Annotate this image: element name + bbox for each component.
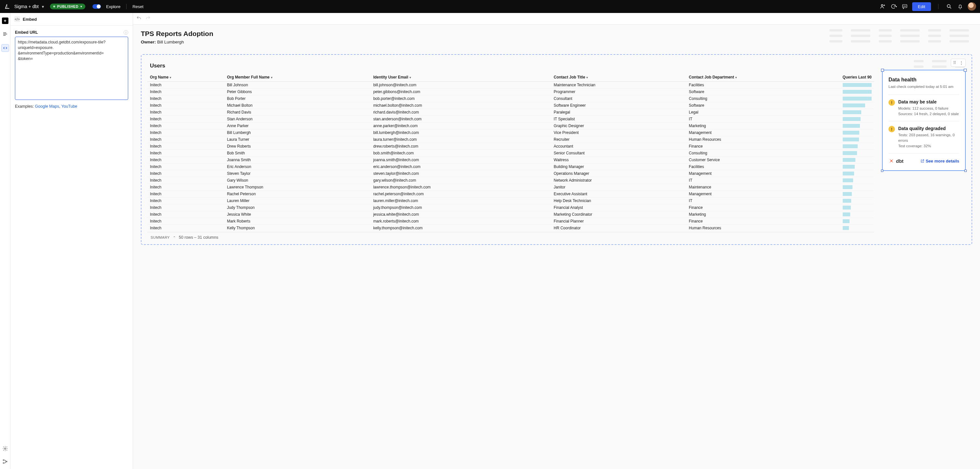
publish-status-badge[interactable]: PUBLISHED ▾ [50,3,85,10]
quality-coverage: Test coverage: 32% [898,143,959,149]
svg-point-0 [881,5,883,6]
warning-icon: ! [888,99,895,106]
quality-title: Data quality degraded [898,126,959,131]
table-row[interactable]: InitechMichael Boltonmichael.bolton@init… [147,102,874,109]
info-icon[interactable]: i [124,30,128,35]
workbook-title[interactable]: Sigma + dbt [14,4,39,9]
undo-icon[interactable] [136,16,142,22]
element-handle[interactable]: ⠿ ⋮ [951,59,966,67]
embed-icon[interactable] [1,44,9,52]
table-row[interactable]: InitechJoanna Smithjoanna.smith@initech.… [147,157,874,164]
data-health-card[interactable]: Data health Last check completed today a… [882,70,966,171]
chevron-up-icon[interactable]: ⌃ [173,236,175,239]
publish-label: PUBLISHED [57,5,78,8]
avatar[interactable] [968,2,976,11]
users-table[interactable]: Org Name▾Org Member Full Name▾Identity U… [147,73,874,232]
column-header[interactable]: Identity User Email▾ [371,73,551,82]
embed-chip-icon: </> [14,16,20,22]
column-header[interactable]: Contact Job Department▾ [686,73,840,82]
drag-handle-icon[interactable]: ⠿ [953,60,957,65]
topbar: Sigma + dbt ▾ PUBLISHED ▾ Explore Reset … [0,0,980,13]
card-title: Users [147,63,874,69]
chevron-down-icon: ▾ [81,5,83,8]
panel-title: Embed [23,17,37,22]
embed-panel: </> Embed Embed URL i Examples: Google M… [10,13,133,469]
example-link-maps[interactable]: Google Maps [35,104,59,109]
table-row[interactable]: InitechAnne Parkeranne.parker@initech.co… [147,122,874,129]
example-link-youtube[interactable]: YouTube [61,104,77,109]
table-row[interactable]: InitechLaura Turnerlaura.turner@initech.… [147,136,874,143]
comment-icon[interactable] [901,3,908,10]
reset-button[interactable]: Reset [132,4,143,9]
svg-point-3 [904,6,905,6]
search-icon[interactable] [946,3,953,10]
table-row[interactable]: InitechBob Smithbob.smith@initech.comSen… [147,150,874,157]
table-row[interactable]: InitechKelly Thompsonkelly.thompson@init… [147,225,874,232]
svg-point-6 [4,448,6,450]
external-link-icon [920,159,924,163]
table-row[interactable]: InitechGary Wilsongary.wilson@initech.co… [147,177,874,184]
skeleton-placeholder [829,29,972,46]
table-row[interactable]: InitechRichard Davisrichard.davis@initec… [147,109,874,116]
svg-point-7 [3,459,4,461]
divider [938,4,939,9]
sigma-logo-icon [4,3,10,10]
layers-icon[interactable] [2,31,8,37]
table-row[interactable]: InitechBill Lumberghbill.lumbergh@initec… [147,129,874,136]
column-header[interactable]: Org Member Full Name▾ [224,73,371,82]
examples-line: Examples: Google Maps, YouTube [15,104,128,109]
embed-url-label: Embed URL [15,30,38,35]
table-row[interactable]: InitechSteven Taylorsteven.taylor@initec… [147,170,874,177]
table-row[interactable]: InitechEric Andersoneric.anderson@initec… [147,164,874,170]
add-user-icon[interactable] [879,3,886,10]
chevron-down-icon[interactable]: ▾ [42,4,44,9]
table-row[interactable]: InitechBob Porterbob.porter@initech.comC… [147,95,874,102]
more-icon[interactable]: ⋮ [959,60,963,65]
embed-url-input[interactable] [15,37,128,100]
table-row[interactable]: InitechJudy Thompsonjudy.thompson@initec… [147,204,874,211]
svg-point-2 [904,6,904,6]
table-row[interactable]: InitechRachel Petersonrachel.peterson@in… [147,191,874,197]
health-subtitle: Last check completed today at 5:01 am [888,85,959,89]
mode-label[interactable]: Explore [106,4,120,9]
stale-title: Data may be stale [898,99,959,105]
explore-toggle[interactable] [92,4,101,9]
column-header[interactable]: Contact Job Title▾ [551,73,686,82]
column-header[interactable]: Org Name▾ [147,73,224,82]
svg-point-8 [3,463,4,464]
table-row[interactable]: InitechPeter Gibbonspeter.gibbons@initec… [147,89,874,95]
see-more-link[interactable]: See more details [920,159,959,164]
lineage-icon[interactable] [2,459,8,464]
table-row[interactable]: InitechStan Andersonstan.anderson@initec… [147,116,874,122]
gear-icon[interactable] [2,446,8,452]
refresh-icon[interactable]: ▾ [890,3,897,10]
table-summary[interactable]: SUMMARY ⌃ 50 rows – 31 columns [147,232,874,242]
table-row[interactable]: InitechBill Johnsonbill.johnson@initech.… [147,82,874,89]
warning-icon: ! [888,126,895,132]
add-element-button[interactable]: + [2,17,8,24]
stale-models: Models: 112 success, 0 failure [898,106,959,111]
bell-icon[interactable] [957,3,964,10]
icon-rail: + [0,13,10,469]
svg-point-4 [905,6,906,6]
svg-point-5 [947,5,950,8]
column-header[interactable]: Queries Last 90 [840,73,874,82]
quality-tests: Tests: 203 passed, 16 warnings, 0 errors [898,132,959,143]
health-title: Data health [888,77,959,83]
table-row[interactable]: InitechJessica Whitejessica.white@initec… [147,211,874,218]
table-row[interactable]: InitechDrew Robertsdrew.roberts@initech.… [147,143,874,150]
table-row[interactable]: InitechMark Robertsmark.roberts@initech.… [147,218,874,225]
dbt-logo: dbt [888,158,904,164]
edit-button[interactable]: Edit [912,2,931,11]
dbt-mark-icon [888,158,894,164]
divider [126,4,127,9]
users-table-card: Users Org Name▾Org Member Full Name▾Iden… [147,63,874,242]
dashboard-frame: ⠿ ⋮ Users Org Name▾Org Member Full Name▾… [141,54,972,245]
status-dot-icon [53,5,55,8]
stale-sources: Sources: 14 fresh, 2 delayed, 0 stale [898,111,959,117]
table-row[interactable]: InitechLauren Millerlauren.miller@initec… [147,197,874,204]
redo-icon[interactable] [145,16,151,22]
table-row[interactable]: InitechLawrence Thompsonlawrence.thompso… [147,184,874,191]
summary-text: 50 rows – 31 columns [179,235,218,240]
svg-point-9 [6,461,7,462]
